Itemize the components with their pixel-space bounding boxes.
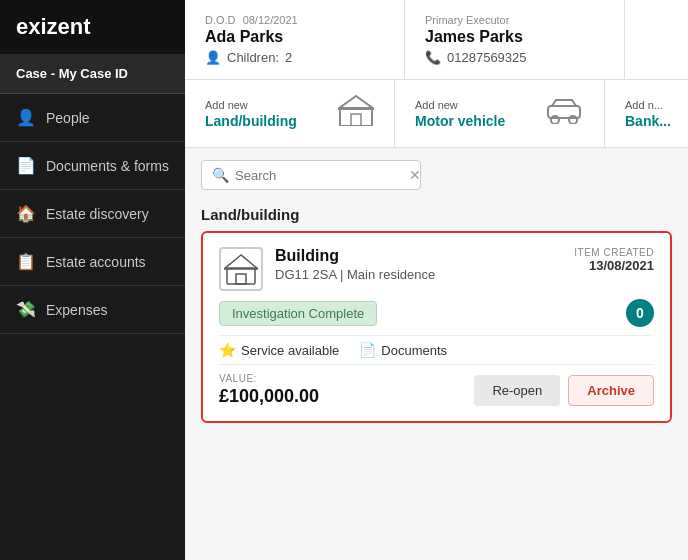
add-motor-link[interactable]: Motor vehicle — [415, 113, 505, 129]
service-label: Service available — [241, 343, 339, 358]
add-land-card[interactable]: Add new Land/building — [185, 80, 395, 147]
value-actions-row: VALUE: £100,000.00 Re-open Archive — [219, 373, 654, 407]
svg-rect-2 — [351, 114, 361, 126]
svg-rect-8 — [236, 274, 246, 284]
estate-card-info: Building DG11 2SA | Main residence — [275, 247, 435, 282]
estate-item-subtitle: DG11 2SA | Main residence — [275, 267, 435, 282]
documents-service: 📄 Documents — [359, 342, 447, 358]
add-land-link[interactable]: Land/building — [205, 113, 297, 129]
status-row: Investigation Complete 0 — [219, 299, 654, 327]
children-label: Children: — [227, 50, 279, 65]
executor-label: Primary Executor — [425, 14, 604, 26]
people-icon: 👤 — [16, 108, 36, 127]
count-badge: 0 — [626, 299, 654, 327]
deceased-card: D.O.D 08/12/2021 Ada Parks 👤 Children: 2 — [185, 0, 405, 79]
svg-rect-0 — [340, 108, 372, 126]
action-buttons: Re-open Archive — [474, 375, 654, 406]
executor-phone: 📞 01287569325 — [425, 50, 604, 65]
sidebar-item-documents[interactable]: 📄 Documents & forms — [0, 142, 185, 190]
expenses-icon: 💸 — [16, 300, 36, 319]
sidebar-item-label: Estate discovery — [46, 206, 149, 222]
add-row: Add new Land/building Add new Motor vehi… — [185, 80, 688, 148]
star-icon: ⭐ — [219, 342, 236, 358]
search-icon: 🔍 — [212, 167, 229, 183]
services-row: ⭐ Service available 📄 Documents — [219, 335, 654, 365]
search-bar: 🔍 ✕ — [185, 148, 688, 202]
svg-marker-7 — [224, 255, 258, 269]
sidebar-nav: 👤 People 📄 Documents & forms 🏠 Estate di… — [0, 94, 185, 334]
add-bank-link[interactable]: Bank... — [625, 113, 671, 129]
sidebar: exizent Case - My Case ID 👤 People 📄 Doc… — [0, 0, 185, 560]
accounts-icon: 📋 — [16, 252, 36, 271]
search-input-wrap[interactable]: 🔍 ✕ — [201, 160, 421, 190]
app-logo: exizent — [0, 0, 185, 54]
sidebar-item-label: Documents & forms — [46, 158, 169, 174]
child-icon: 👤 — [205, 50, 221, 65]
estate-icon: 🏠 — [16, 204, 36, 223]
svg-rect-6 — [227, 268, 255, 284]
section-title: Land/building — [185, 202, 688, 231]
building-icon — [219, 247, 263, 291]
phone-icon: 📞 — [425, 50, 441, 65]
search-clear-icon[interactable]: ✕ — [409, 167, 421, 183]
add-motor-label: Add new — [415, 99, 505, 111]
executor-name: James Parks — [425, 28, 604, 46]
sidebar-item-people[interactable]: 👤 People — [0, 94, 185, 142]
document-icon: 📄 — [359, 342, 376, 358]
documents-label: Documents — [381, 343, 447, 358]
sidebar-item-estate[interactable]: 🏠 Estate discovery — [0, 190, 185, 238]
phone-number: 01287569325 — [447, 50, 527, 65]
estate-item-card: Building DG11 2SA | Main residence ITEM … — [201, 231, 672, 423]
case-title: Case - My Case ID — [0, 54, 185, 94]
add-bank-label: Add n... — [625, 99, 671, 111]
reopen-button[interactable]: Re-open — [474, 375, 560, 406]
sidebar-item-label: People — [46, 110, 90, 126]
item-created-date: 13/08/2021 — [574, 258, 654, 273]
service-available: ⭐ Service available — [219, 342, 339, 358]
item-created-label: ITEM CREATED — [574, 247, 654, 258]
executor-card: Primary Executor James Parks 📞 012875693… — [405, 0, 625, 79]
children-count: 2 — [285, 50, 292, 65]
estate-card-header: Building DG11 2SA | Main residence ITEM … — [219, 247, 654, 291]
archive-button[interactable]: Archive — [568, 375, 654, 406]
add-motor-card[interactable]: Add new Motor vehicle — [395, 80, 605, 147]
value-section: VALUE: £100,000.00 — [219, 373, 319, 407]
sidebar-item-accounts[interactable]: 📋 Estate accounts — [0, 238, 185, 286]
add-land-label: Add new — [205, 99, 297, 111]
documents-icon: 📄 — [16, 156, 36, 175]
sidebar-item-label: Estate accounts — [46, 254, 146, 270]
estate-item-title: Building — [275, 247, 435, 265]
dod-label: D.O.D — [205, 14, 236, 26]
estate-card-left: Building DG11 2SA | Main residence — [219, 247, 435, 291]
add-bank-card[interactable]: Add n... Bank... 🏦 — [605, 80, 688, 147]
main-content: D.O.D 08/12/2021 Ada Parks 👤 Children: 2… — [185, 0, 688, 560]
value-label: VALUE: — [219, 373, 319, 384]
land-building-icon — [338, 94, 374, 133]
sidebar-item-label: Expenses — [46, 302, 107, 318]
estate-card-right: ITEM CREATED 13/08/2021 — [574, 247, 654, 273]
deceased-name: Ada Parks — [205, 28, 384, 46]
info-row: D.O.D 08/12/2021 Ada Parks 👤 Children: 2… — [185, 0, 688, 80]
status-badge: Investigation Complete — [219, 301, 377, 326]
sidebar-item-expenses[interactable]: 💸 Expenses — [0, 286, 185, 334]
value-amount: £100,000.00 — [219, 386, 319, 407]
motor-vehicle-icon — [544, 96, 584, 131]
search-input[interactable] — [235, 168, 403, 183]
dod-date: 08/12/2021 — [243, 14, 298, 26]
deceased-children: 👤 Children: 2 — [205, 50, 384, 65]
